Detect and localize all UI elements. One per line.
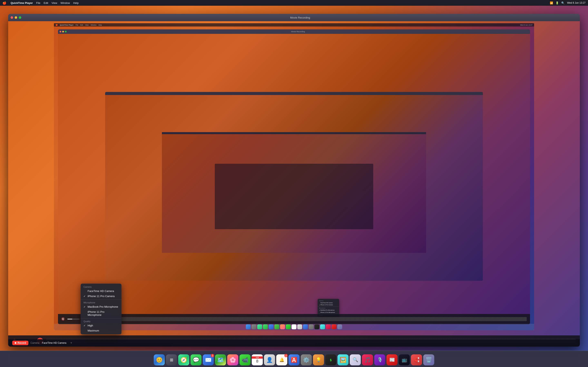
quicktime-main-window: Movie Recording 🍎 QuickTime Player File … — [8, 14, 294, 184]
deep-content — [105, 95, 294, 184]
maximize-button[interactable] — [19, 16, 21, 19]
minimize-button[interactable] — [15, 16, 17, 19]
inner-content: Camera FaceTime HD Camera ✓iPhone 11 Pro… — [58, 34, 294, 184]
inner-close — [60, 31, 61, 33]
inner-minimize — [62, 31, 64, 33]
menubar-items: File Edit View Window Help — [36, 1, 79, 4]
deepest-window — [162, 132, 294, 184]
window-title: Movie Recording — [23, 16, 294, 19]
menubar: 🍎 QuickTime Player File Edit View Window… — [0, 0, 294, 6]
inner-screen: 🍎 QuickTime Player File Edit View Window… — [54, 23, 294, 184]
deepest-content — [162, 134, 294, 184]
view-menu[interactable]: View — [52, 1, 57, 4]
deep-titlebar — [105, 92, 294, 95]
inner-menubar: 🍎 QuickTime Player File Edit View Window… — [54, 23, 294, 26]
deepest-titlebar — [162, 132, 294, 134]
close-button[interactable] — [11, 16, 13, 19]
file-menu[interactable]: File — [36, 1, 40, 4]
inner-titlebar: Movie Recording — [58, 29, 294, 34]
window-menu[interactable]: Window — [61, 1, 70, 4]
app-name[interactable]: QuickTime Player — [11, 1, 33, 4]
inner-qt-window: Movie Recording — [58, 29, 294, 184]
inner-window-title: Movie Recording — [68, 31, 294, 33]
inner-maximize — [65, 31, 67, 33]
ultra-deep — [215, 164, 294, 184]
main-content: 🍎 QuickTime Player File Edit View Window… — [8, 21, 294, 184]
apple-menu-icon[interactable]: 🍎 — [2, 1, 7, 5]
help-menu[interactable]: Help — [73, 1, 79, 4]
deep-window — [105, 92, 294, 184]
main-titlebar: Movie Recording — [8, 14, 294, 21]
edit-menu[interactable]: Edit — [44, 1, 48, 4]
desktop: Movie Recording 🍎 QuickTime Player File … — [0, 6, 294, 184]
